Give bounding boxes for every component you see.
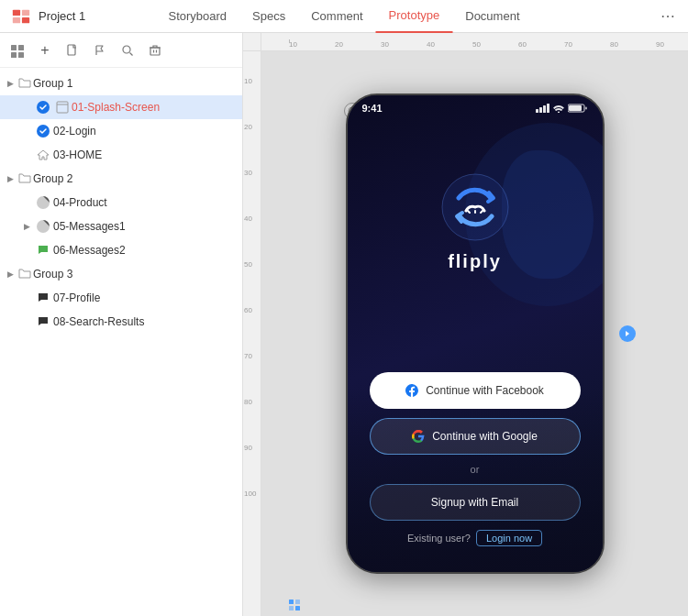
main-layout: + (0, 33, 688, 616)
nav-prototype[interactable]: Prototype (376, 0, 453, 33)
ruler-vertical: 10 20 30 40 50 60 70 80 90 100 (243, 51, 261, 616)
phone-time: 9:41 (362, 103, 383, 114)
svg-line-10 (130, 52, 133, 55)
svg-rect-26 (289, 606, 294, 610)
tree-item-group3[interactable]: ▶ Group 3 (0, 262, 242, 286)
svg-rect-30 (543, 105, 546, 113)
svg-rect-4 (11, 45, 17, 50)
svg-rect-27 (295, 606, 300, 610)
app-logo (9, 5, 33, 28)
phone-logo-area: fliply (348, 172, 603, 272)
group1-label: Group 1 (33, 77, 72, 90)
nav-document[interactable]: Document (452, 0, 532, 33)
canvas-content[interactable]: 9:41 (261, 51, 688, 616)
add-button[interactable]: + (35, 40, 55, 60)
sidebar-tree: ▶ Group 1 ▶ 01-Splash-Screen (0, 68, 242, 616)
login-label: 02-Login (53, 125, 96, 138)
svg-rect-1 (22, 9, 29, 15)
tree-item-product[interactable]: 04-Product (0, 191, 242, 214)
topbar: Project 1 Storyboard Specs Comment Proto… (0, 0, 688, 33)
svg-rect-25 (295, 600, 300, 604)
svg-rect-3 (22, 16, 29, 22)
svg-rect-11 (150, 48, 160, 55)
facebook-login-button[interactable]: Continue with Facebook (370, 372, 581, 409)
tree-item-search[interactable]: 08-Search-Results (0, 310, 242, 334)
svg-point-32 (558, 112, 560, 114)
app-title: Project 1 (39, 9, 112, 23)
tree-item-splash[interactable]: ▶ 01-Splash-Screen (0, 95, 242, 119)
svg-rect-8 (68, 45, 75, 55)
messages1-label: 05-Messages1 (53, 220, 126, 233)
tree-item-group2[interactable]: ▶ Group 2 (0, 167, 242, 191)
svg-rect-34 (569, 105, 582, 111)
nav-storyboard[interactable]: Storyboard (156, 0, 240, 33)
tree-item-login[interactable]: 02-Login (0, 119, 242, 143)
svg-rect-28 (536, 109, 538, 113)
search-results-label: 08-Search-Results (53, 315, 144, 328)
tree-item-messages1[interactable]: ▶ 05-Messages1 (0, 214, 242, 238)
tree-item-group1[interactable]: ▶ Group 1 (0, 72, 242, 95)
ruler-horizontal: 10 20 30 40 50 60 70 80 90 100 (261, 33, 688, 51)
svg-rect-31 (547, 104, 549, 113)
search-button[interactable] (117, 40, 138, 60)
flag-button[interactable] (90, 40, 110, 60)
sidebar: + (0, 33, 243, 616)
google-login-button[interactable]: Continue with Google (370, 418, 581, 455)
product-label: 04-Product (53, 196, 107, 209)
nav-comment[interactable]: Comment (298, 0, 375, 33)
prototype-link (619, 325, 636, 342)
layer-icon (7, 40, 28, 60)
profile-label: 07-Profile (53, 292, 100, 304)
ruler-corner (243, 33, 261, 51)
home-label: 03-HOME (53, 148, 102, 161)
tree-item-messages2[interactable]: 06-Messages2 (0, 238, 242, 262)
new-file-button[interactable] (62, 40, 83, 60)
svg-rect-24 (289, 600, 294, 604)
phone-divider: or (370, 464, 581, 475)
email-signup-button[interactable]: Signup with Email (370, 484, 581, 521)
nav-overflow[interactable]: ⋯ (657, 7, 679, 25)
svg-rect-16 (57, 102, 68, 113)
delete-button[interactable] (145, 40, 165, 60)
existing-user-text: Existing user? (407, 533, 471, 544)
sidebar-toolbar: + (0, 33, 242, 68)
login-now-button[interactable]: Login now (476, 530, 542, 546)
svg-rect-7 (18, 52, 24, 58)
phone-buttons: Continue with Facebook Continue with Goo… (348, 372, 603, 546)
fliply-logo (440, 172, 510, 242)
phone-app-name: fliply (448, 251, 502, 272)
phone-mockup: 9:41 (346, 94, 605, 574)
svg-rect-35 (585, 107, 587, 110)
group2-label: Group 2 (33, 172, 72, 185)
svg-point-9 (123, 46, 130, 53)
svg-rect-6 (11, 52, 17, 58)
bottom-indicator (287, 598, 302, 612)
top-nav: Storyboard Specs Comment Prototype Docum… (156, 0, 533, 33)
canvas-area: 10 20 30 40 50 60 70 80 90 100 10 20 30 … (243, 33, 688, 616)
svg-rect-5 (18, 45, 24, 50)
tree-item-home[interactable]: 03-HOME (0, 143, 242, 167)
group3-label: Group 3 (33, 268, 72, 280)
nav-specs[interactable]: Specs (239, 0, 298, 33)
phone-status-bar: 9:41 (348, 95, 603, 117)
svg-rect-2 (13, 16, 20, 22)
tree-item-profile[interactable]: 07-Profile (0, 286, 242, 310)
splash-label: 01-Splash-Screen (72, 101, 160, 114)
svg-rect-0 (13, 9, 20, 15)
messages2-label: 06-Messages2 (53, 244, 126, 257)
svg-rect-29 (539, 107, 542, 113)
existing-user-row: Existing user? Login now (370, 530, 581, 546)
